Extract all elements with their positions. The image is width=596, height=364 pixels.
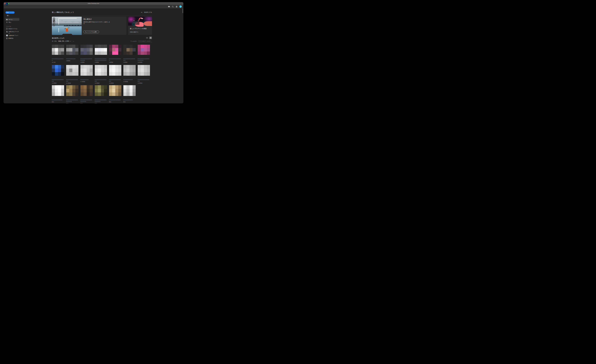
file-name: □□□□□□□□□□ (109, 99, 121, 101)
frame-icon[interactable] (53, 22, 55, 24)
hide-whats-new-button[interactable]: 非表示にする (141, 11, 152, 13)
sidebar-item-bulb[interactable]: 学ぶ (5, 21, 19, 24)
plugin-card[interactable]: 100% 新しいプラグインを検索 詳細を確認する (128, 17, 152, 35)
file-name: □□□□□□□□ (123, 99, 136, 101)
titlebar: Adobe Photoshop 2022 (4, 2, 183, 5)
cloud-icon[interactable] (168, 6, 170, 8)
file-timestamp: 昨日 (66, 103, 78, 103)
chevron-down-icon (70, 41, 71, 42)
file-card[interactable]: □□□□□□□□□□□□23 時間前 (95, 65, 107, 84)
lasso-icon[interactable] (53, 18, 55, 20)
hide-whats-new-label: 非表示にする (144, 11, 152, 13)
sidebar-item-trash[interactable]: 削除済み (5, 37, 20, 40)
chevron-up-icon (141, 12, 142, 13)
plugin-image: 100% (128, 17, 152, 26)
file-name: □□□□□□□□ (123, 79, 136, 81)
file-thumbnail (138, 65, 150, 76)
eyedropper-icon[interactable] (53, 24, 55, 26)
filter-files-input[interactable] (138, 40, 152, 42)
file-timestamp: 昨日 (52, 101, 64, 103)
file-name: □□□□□□□□□□□□□□□ (138, 58, 150, 61)
file-thumbnail (109, 45, 121, 55)
file-name: □□□□□□□□□ (52, 99, 64, 101)
file-card[interactable]: □□□□□□□□□□□□23 時間前 (138, 65, 150, 84)
file-card[interactable]: □□□□□□□□昨日 (123, 85, 136, 103)
sort-direction-button[interactable]: ↓ (73, 41, 74, 42)
file-card[interactable]: □□□□□□□□□□□□□□□□□□□□5 時間前 (95, 45, 107, 63)
flamingo-graphic (144, 21, 152, 26)
file-card[interactable]: □□□□□□□□□□□□21 時間前 (66, 65, 78, 84)
file-card[interactable]: □□□□□□□□□□□□19 時間前 (52, 65, 64, 84)
file-card[interactable]: □□□□□□□21 時間前 (81, 65, 93, 84)
file-card[interactable]: □□□□□□□□□□□□□□□19 時間前 (138, 45, 150, 63)
file-timestamp: 23 時間前 (123, 81, 136, 82)
sort-dropdown[interactable]: 最後に開いた日時 (58, 40, 71, 42)
file-card[interactable]: □□□□□□□□23 時間前 (123, 65, 136, 84)
file-timestamp: 5 時間前 (95, 62, 107, 63)
file-card[interactable]: □□□□□□□□□□□□5 時間前 (123, 45, 136, 63)
zoom-button[interactable] (8, 3, 9, 4)
crop-overlay-corner (59, 18, 77, 25)
lightroom-icon: Lr (6, 35, 8, 36)
file-thumbnail (109, 85, 121, 96)
file-name: □□□□□□□□□□□□□□□ (95, 99, 107, 102)
sidebar-item-person[interactable]: 共有されたアイテム (5, 31, 20, 34)
recent-files-row: □□□□□□□□□□□49 分前□□□□□□□□3 時間前□□□□□□□□□□□… (52, 45, 150, 63)
list-view-button[interactable] (146, 36, 149, 39)
sidebar-item-home[interactable]: ホーム (5, 18, 19, 21)
photoshop-logo: Ps (6, 3, 8, 5)
file-timestamp: 5 時間前 (123, 62, 136, 63)
window-title: Adobe Photoshop 2022 (88, 3, 99, 4)
recent-files-row: □□□□□□□□□昨日□□□□□□□□□□□□□□□昨日□□□□□□□□□□□□… (52, 85, 136, 103)
sidebar-file-items: 自分のファイル共有されたアイテムLrLightroom フォト削除済み (5, 28, 20, 40)
file-timestamp: 5 時間前 (81, 62, 93, 63)
sidebar: 新規ファイル 開く ホーム学ぶ ファイル 自分のファイル共有されたアイテムLrL… (5, 11, 20, 40)
hero-card[interactable]: 初心者向け 基本的な操作方法をわかりやすくご紹介します チュートリアルを開く (52, 17, 126, 35)
file-name: □□□□□□□□□□□□□□□□□□□□ (95, 58, 107, 61)
plugin-card-link[interactable]: 詳細を確認する (130, 31, 152, 33)
open-button[interactable]: 開く (7, 15, 9, 16)
home-icon (6, 19, 8, 20)
file-card[interactable]: □□□□□□□□□□□□□□5 時間前 (81, 45, 93, 63)
treeline-graphic (64, 25, 82, 26)
sidebar-item-file[interactable]: 自分のファイル (5, 28, 20, 30)
file-timestamp: 昨日 (95, 103, 107, 103)
sidebar-item-label: 削除済み (8, 37, 14, 39)
file-timestamp: 21 時間前 (81, 81, 93, 82)
grid-view-button[interactable] (149, 36, 152, 39)
file-timestamp: 3 時間前 (66, 60, 78, 62)
sidebar-section-files: ファイル (6, 26, 20, 27)
canoeist-graphic (65, 27, 69, 33)
grid-view-icon (150, 37, 151, 39)
file-card[interactable]: □□□□□□□□□□昨日 (109, 85, 121, 103)
tutorial-button[interactable]: チュートリアルを開く (83, 30, 99, 33)
file-card[interactable]: □□□□□□□□□□□□□□□昨日 (81, 85, 93, 103)
sort-label: 並べ替え (52, 40, 57, 42)
file-timestamp: 19 時間前 (52, 82, 64, 84)
file-name: □□□□□□□□ (66, 58, 78, 59)
sidebar-divider (5, 18, 19, 18)
file-card[interactable]: □□□□□□□□□□□□□□□昨日 (95, 85, 107, 103)
file-timestamp: 昨日 (123, 101, 136, 103)
file-timestamp: 49 分前 (52, 62, 64, 63)
file-card[interactable]: □□□□□□□□□□□49 分前 (52, 45, 64, 63)
file-thumbnail (95, 85, 107, 96)
scrollbar-thumb[interactable] (182, 8, 183, 13)
sidebar-item-label: ホーム (8, 19, 13, 20)
file-card[interactable]: □□□□□□□□□□□□□□□昨日 (66, 85, 78, 103)
new-file-button[interactable]: 新規ファイル (5, 11, 15, 14)
avatar-wedge (179, 5, 182, 8)
gift-icon[interactable] (175, 6, 178, 8)
search-icon[interactable] (172, 6, 174, 8)
main-content: 新しい機能を試してみましょう 非表示にする (52, 8, 152, 103)
file-timestamp: 23 時間前 (95, 82, 107, 84)
file-card[interactable]: □□□□□□□□□□□□23 時間前 (109, 65, 121, 84)
account-avatar[interactable] (179, 5, 182, 8)
sidebar-item-lr[interactable]: LrLightroom フォト (5, 35, 20, 37)
file-card[interactable]: □□□□□□□□□□□5 時間前 (109, 45, 121, 63)
file-card[interactable]: □□□□□□□□3 時間前 (66, 45, 78, 63)
hero-title: 初心者向け (83, 18, 126, 20)
crop-icon[interactable] (53, 20, 55, 22)
file-thumbnail (95, 45, 107, 55)
file-card[interactable]: □□□□□□□□□昨日 (52, 85, 64, 103)
